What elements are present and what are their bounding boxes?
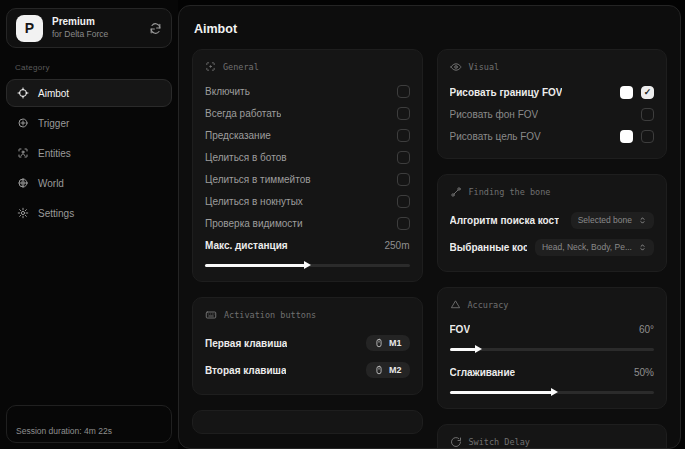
premium-subtitle: for Delta Force	[52, 29, 140, 40]
main-content: Aimbot General Включить	[178, 5, 681, 449]
general-panel-header: General	[205, 61, 410, 72]
triangle-icon	[450, 299, 461, 310]
draw-fov-border-row: Рисовать границу FOV	[450, 82, 655, 103]
row-controls	[620, 130, 654, 143]
selected-bones-label: Выбранные кос	[450, 242, 527, 253]
always-work-checkbox[interactable]	[397, 107, 410, 120]
smoothing-row: Сглаживание 50%	[450, 362, 655, 383]
target-bots-checkbox[interactable]	[397, 151, 410, 164]
keyboard-icon	[205, 309, 217, 321]
premium-logo: P	[16, 15, 43, 42]
draw-fov-background-checkbox[interactable]	[641, 108, 654, 121]
sidebar-item-label: Trigger	[38, 118, 69, 129]
toggle-row-prediction: Предсказание	[205, 125, 410, 146]
first-key-button[interactable]: M1	[366, 335, 410, 351]
panel-title: General	[223, 62, 259, 72]
switch-delay-panel-header: Switch Delay	[450, 436, 655, 448]
entities-icon	[17, 147, 29, 159]
target-teammates-checkbox[interactable]	[397, 173, 410, 186]
sidebar-item-aimbot[interactable]: Aimbot	[6, 79, 172, 107]
toggle-label: Включить	[205, 86, 250, 97]
premium-card: P Premium for Delta Force	[6, 8, 172, 48]
toggle-label: Целиться в нокнутых	[205, 196, 303, 207]
selected-bones-row: Выбранные кос Head, Neck, Body, Pe...	[450, 234, 655, 260]
visibility-check-checkbox[interactable]	[397, 217, 410, 230]
selected-bones-select[interactable]: Head, Neck, Body, Pe...	[535, 239, 654, 256]
sidebar-item-entities[interactable]: Entities	[6, 139, 172, 167]
toggle-label: Целиться в ботов	[205, 152, 287, 163]
fov-value: 60°	[639, 324, 654, 335]
sidebar-item-settings[interactable]: Settings	[6, 199, 172, 227]
smoothing-label: Сглаживание	[450, 367, 516, 378]
panel-title: Activation buttons	[224, 310, 316, 320]
visual-label: Рисовать границу FOV	[450, 87, 563, 98]
target-knocked-checkbox[interactable]	[397, 195, 410, 208]
switch-delay-panel: Switch Delay Задержка переключения Задер…	[437, 424, 668, 449]
key-binding: M1	[389, 338, 402, 348]
fov-label: FOV	[450, 324, 471, 335]
sidebar-item-label: Entities	[38, 148, 71, 159]
sidebar-item-world[interactable]: World	[6, 169, 172, 197]
visual-label: Рисовать цель FOV	[450, 131, 541, 142]
slider-fill[interactable]	[450, 348, 477, 351]
draw-fov-background-row: Рисовать фон FOV	[450, 104, 655, 125]
second-key-row: Вторая клавиша M2	[205, 357, 410, 383]
refresh-icon[interactable]	[149, 22, 162, 35]
chevrons-up-down-icon	[638, 216, 647, 225]
left-column: General Включить Всегда работать Предска…	[192, 49, 423, 434]
accuracy-panel-header: Accuracy	[450, 299, 655, 310]
page-title: Aimbot	[194, 22, 667, 36]
toggle-label: Целиться в тиммейтов	[205, 174, 311, 185]
prediction-checkbox[interactable]	[397, 129, 410, 142]
row-controls	[641, 108, 654, 121]
bone-icon	[450, 186, 462, 198]
visual-label: Рисовать фон FOV	[450, 109, 539, 120]
fov-border-color-swatch[interactable]	[620, 86, 633, 99]
fov-row: FOV 60°	[450, 319, 655, 340]
accuracy-panel: Accuracy FOV 60° Сглаживание 50%	[437, 287, 668, 409]
toggle-row-target-bots: Целиться в ботов	[205, 147, 410, 168]
panel-columns: General Включить Всегда работать Предска…	[192, 49, 667, 434]
sidebar: P Premium for Delta Force Category	[0, 0, 178, 449]
max-distance-slider[interactable]	[205, 260, 410, 270]
activation-panel-header: Activation buttons	[205, 309, 410, 321]
slider-label: Макс. дистанция	[205, 240, 288, 251]
slider-fill[interactable]	[205, 264, 305, 267]
draw-fov-border-checkbox[interactable]	[641, 86, 654, 99]
session-duration: Session duration: 4m 22s	[16, 426, 112, 436]
visual-panel: Visual Рисовать границу FOV Рисовать фон…	[437, 49, 668, 159]
activation-buttons-panel: Activation buttons Первая клавиша M1 Вто…	[192, 297, 423, 395]
row-controls	[620, 86, 654, 99]
smoothing-slider[interactable]	[450, 387, 655, 397]
mouse-icon	[374, 365, 384, 375]
fov-slider[interactable]	[450, 344, 655, 354]
panel-title: Finding the bone	[469, 187, 551, 197]
panel-title: Switch Delay	[469, 437, 530, 447]
key-label: Вторая клавиша	[205, 365, 286, 376]
toggle-row-always-work: Всегда работать	[205, 103, 410, 124]
key-binding: M2	[389, 365, 402, 375]
premium-title: Premium	[52, 16, 140, 29]
max-distance-row: Макс. дистанция 250m	[205, 235, 410, 256]
premium-logo-letter: P	[25, 20, 34, 36]
draw-fov-target-checkbox[interactable]	[641, 130, 654, 143]
trigger-icon	[17, 117, 29, 129]
smoothing-value: 50%	[634, 367, 654, 378]
general-panel: General Включить Всегда работать Предска…	[192, 49, 423, 282]
toggle-row-target-teammates: Целиться в тиммейтов	[205, 169, 410, 190]
enable-checkbox[interactable]	[397, 85, 410, 98]
select-value: Head, Neck, Body, Pe...	[542, 242, 632, 252]
sidebar-item-trigger[interactable]: Trigger	[6, 109, 172, 137]
session-card: Session duration: 4m 22s	[6, 405, 172, 443]
slider-fill[interactable]	[450, 391, 552, 394]
second-key-button[interactable]: M2	[366, 362, 410, 378]
bone-panel-header: Finding the bone	[450, 186, 655, 198]
sidebar-item-label: Aimbot	[38, 88, 69, 99]
fov-target-color-swatch[interactable]	[620, 130, 633, 143]
crosshair-icon	[17, 87, 29, 99]
globe-icon	[17, 177, 29, 189]
first-key-row: Первая клавиша M1	[205, 330, 410, 356]
bone-algorithm-select[interactable]: Selected bone	[571, 212, 654, 229]
sidebar-item-label: World	[38, 178, 64, 189]
empty-panel	[192, 410, 423, 434]
